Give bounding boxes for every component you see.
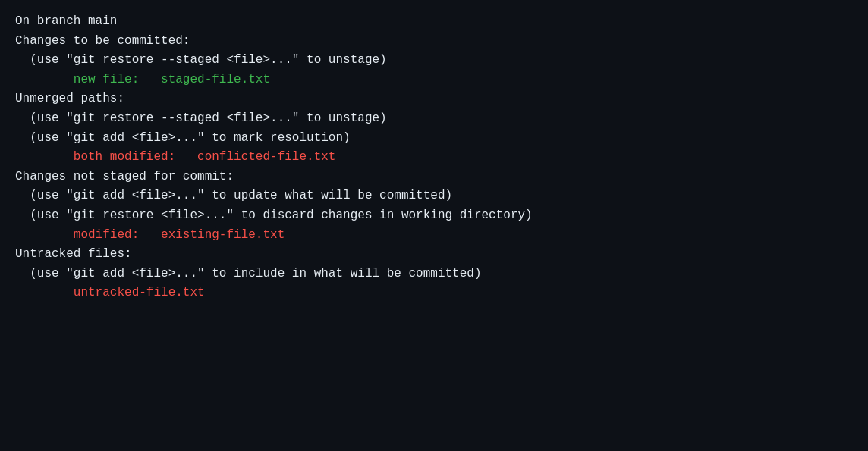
untracked-entry: untracked-file.txt: [15, 283, 853, 303]
untracked-header: Untracked files:: [15, 245, 853, 265]
not-staged-header: Changes not staged for commit:: [15, 168, 853, 187]
both-modified-entry: both modified: conflicted-file.txt: [15, 148, 853, 168]
unmerged-hint-2: (use "git add <file>..." to mark resolut…: [15, 129, 853, 149]
branch-line: On branch main: [15, 12, 853, 32]
changes-committed-header: Changes to be committed:: [15, 32, 853, 52]
not-staged-hint-1: (use "git add <file>..." to update what …: [15, 186, 853, 206]
untracked-hint: (use "git add <file>..." to include in w…: [15, 265, 853, 284]
terminal-output: On branch mainChanges to be committed: (…: [15, 12, 853, 451]
unmerged-header: Unmerged paths:: [15, 89, 853, 109]
restore-staged-hint: (use "git restore --staged <file>..." to…: [15, 51, 853, 70]
modified-entry: modified: existing-file.txt: [15, 226, 853, 246]
new-file-entry: new file: staged-file.txt: [15, 70, 853, 90]
unmerged-hint-1: (use "git restore --staged <file>..." to…: [15, 109, 853, 129]
not-staged-hint-2: (use "git restore <file>..." to discard …: [15, 206, 853, 226]
